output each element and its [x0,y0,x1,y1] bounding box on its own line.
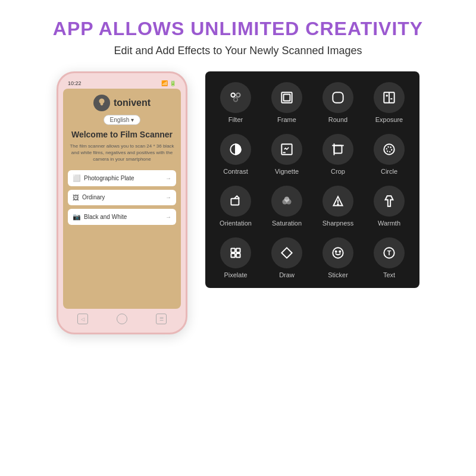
content-row: 10:22 📶 🔋 tonivent English ▾ Welcome to [0,71,476,334]
exposure-label: Exposure [375,116,403,123]
circle-icon-bg [374,134,405,165]
svg-point-2 [234,98,238,102]
svg-point-22 [284,196,290,202]
grid-item-frame[interactable]: Frame [262,77,311,127]
menu-button[interactable]: ☰ [156,314,167,324]
filter-icon-bg [220,82,251,113]
grid-item-pixelate[interactable]: Pixelate [211,233,260,282]
vignette-icon-bg [271,134,302,165]
menu-label-bw: Black and White [84,214,127,220]
vignette-label: Vignette [275,168,299,175]
svg-point-32 [336,251,337,252]
menu-item-ordinary[interactable]: 🖼 Ordinary → [68,190,176,205]
svg-point-17 [384,144,394,154]
round-label: Round [328,116,347,123]
grid-item-draw[interactable]: Draw [262,233,311,282]
svg-rect-29 [236,253,240,258]
back-button[interactable]: ◁ [77,314,88,324]
svg-rect-27 [236,248,240,252]
menu-label-photographic: Photographic Plate [84,175,134,181]
sharpness-label: Sharpness [322,220,354,227]
circle-label: Circle [381,168,397,175]
welcome-title: Welcome to Film Scanner [71,130,173,139]
sticker-label: Sticker [328,271,348,278]
pixelate-label: Pixelate [224,271,247,278]
frame-icon-bg [271,82,302,113]
phone-screen: tonivent English ▾ Welcome to Film Scann… [63,89,181,309]
sticker-icon-bg [322,237,353,268]
language-button[interactable]: English ▾ [104,115,141,125]
round-icon-bg [322,82,353,113]
menu-icon-bw: 📷 [73,213,81,221]
menu-item-bw[interactable]: 📷 Black and White → [68,209,176,225]
phone-bottom-bar: ◁ ☰ [63,309,181,325]
grid-item-exposure[interactable]: Exposure [365,77,414,127]
svg-text:T: T [387,249,392,256]
grid-item-saturation[interactable]: Saturation [262,181,311,230]
app-logo-row: tonivent [93,95,151,111]
effects-grid: Filter Frame Round [205,71,419,288]
page-title: APP ALLOWS UNLIMITED CREATIVITY [53,18,423,40]
svg-point-31 [333,248,343,258]
menu-icon-photographic: ⬜ [73,174,81,182]
warmth-icon-bg [374,186,405,217]
orientation-icon-bg [220,186,251,217]
grid-item-sticker[interactable]: Sticker [314,233,362,282]
svg-point-18 [387,147,392,152]
grid-item-round[interactable]: Round [314,77,362,127]
orientation-label: Orientation [220,220,252,227]
filter-label: Filter [228,116,243,123]
svg-point-1 [236,93,240,97]
sharpness-icon-bg [322,186,353,217]
menu-arrow-ordinary: → [165,194,171,201]
svg-rect-19 [231,199,239,205]
draw-icon-bg [271,237,302,268]
contrast-icon-bg [220,134,251,165]
grid-item-contrast[interactable]: Contrast [211,129,260,178]
grid-item-warmth[interactable]: Warmth [365,181,414,230]
frame-label: Frame [277,116,296,123]
grid-item-orientation[interactable]: Orientation [211,181,260,230]
menu-icon-ordinary: 🖼 [73,194,79,201]
exposure-icon-bg [374,82,405,113]
app-logo-icon [93,95,110,111]
status-time: 10:22 [68,80,82,86]
grid-item-text[interactable]: T Text [365,233,414,282]
svg-rect-14 [334,146,342,154]
svg-rect-28 [231,253,235,258]
crop-icon-bg [322,134,353,165]
svg-point-25 [337,204,339,205]
saturation-icon-bg [271,186,302,217]
grid-item-vignette[interactable]: Vignette [262,129,311,178]
svg-point-0 [231,93,235,97]
phone-mockup: 10:22 📶 🔋 tonivent English ▾ Welcome to [57,71,187,334]
draw-label: Draw [279,271,295,278]
svg-rect-4 [284,95,290,101]
phone-body: 10:22 📶 🔋 tonivent English ▾ Welcome to [57,71,187,334]
app-name: tonivent [114,98,151,108]
menu-arrow-photographic: → [165,175,171,181]
menu-label-ordinary: Ordinary [82,194,105,201]
svg-rect-26 [231,248,235,252]
svg-marker-30 [281,248,292,258]
menu-item-photographic[interactable]: ⬜ Photographic Plate → [68,170,176,186]
text-label: Text [383,271,395,278]
grid-item-circle[interactable]: Circle [365,129,414,178]
contrast-label: Contrast [223,168,248,175]
status-bar: 10:22 📶 🔋 [63,80,181,86]
crop-label: Crop [331,168,345,175]
grid-item-crop[interactable]: Crop [314,129,362,178]
svg-rect-5 [333,92,343,102]
home-button[interactable] [117,314,127,324]
svg-point-33 [339,251,340,252]
page-subtitle: Edit and Add Effects to Your Newly Scann… [114,45,362,57]
welcome-desc: The film scanner allows you to scan 24 *… [68,143,176,163]
grid-item-filter[interactable]: Filter [211,77,260,127]
warmth-label: Warmth [378,220,400,227]
grid-item-sharpness[interactable]: Sharpness [314,181,362,230]
pixelate-icon-bg [220,237,251,268]
saturation-label: Saturation [272,220,302,227]
text-icon-bg: T [374,237,405,268]
menu-arrow-bw: → [165,214,171,220]
status-icons: 📶 🔋 [161,80,176,86]
